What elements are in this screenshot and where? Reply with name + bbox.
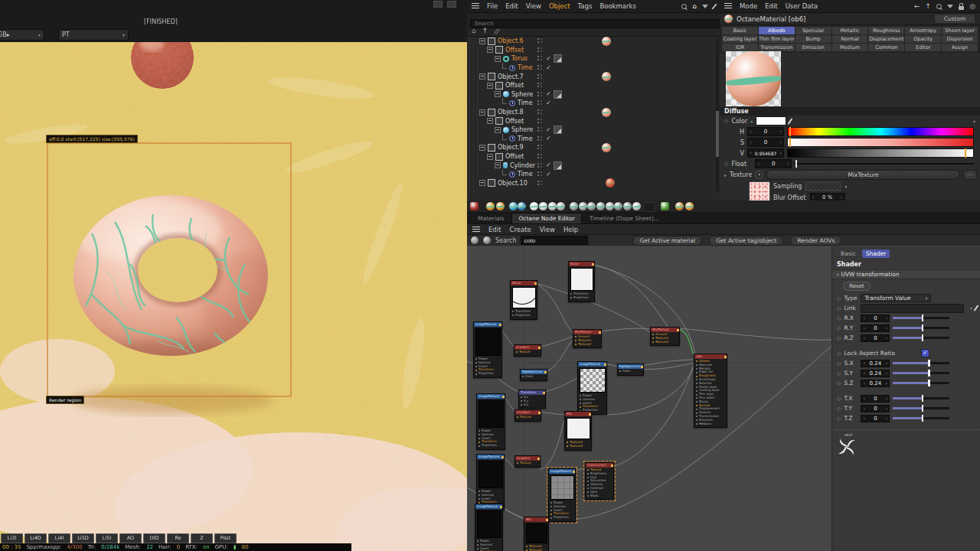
node-input-port[interactable]: Mask [587, 494, 612, 498]
expand-arrow-icon[interactable]: ▸ [724, 172, 727, 178]
phong-tag-icon[interactable] [554, 126, 562, 134]
node-input-port[interactable]: Texture [517, 416, 539, 419]
enabled-check-icon[interactable]: ✓ [546, 127, 551, 133]
search-icon[interactable] [936, 4, 942, 9]
slider-handle[interactable] [922, 415, 924, 422]
enabled-check-icon[interactable]: ✓ [546, 171, 551, 178]
node-output-port[interactable] [677, 329, 679, 331]
tree-row-object-10[interactable]: Object.10 [467, 179, 720, 188]
channel-tab-basic[interactable]: Basic [722, 27, 758, 34]
visibility-dots[interactable] [537, 181, 543, 186]
slider-track[interactable] [893, 407, 949, 409]
aov-button-li4d[interactable]: Li4D [24, 533, 47, 543]
toolbar-material-icon[interactable] [606, 202, 614, 210]
node-header[interactable]: RgbSpectrum [521, 370, 547, 374]
om-menu-object[interactable]: Object [549, 2, 570, 10]
gear-icon[interactable] [433, 1, 443, 8]
visibility-dots[interactable] [537, 163, 543, 168]
type-dropdown[interactable]: Transform Value▾ [861, 294, 931, 302]
lock-icon[interactable] [959, 6, 964, 10]
color-swatch[interactable] [756, 116, 786, 126]
node-output-port[interactable] [499, 324, 501, 326]
expander-icon[interactable] [495, 91, 501, 97]
panel-menu-icon[interactable] [472, 3, 479, 9]
eyedropper-icon[interactable] [788, 118, 793, 125]
tree-row-torus[interactable]: Torus✓ [467, 54, 720, 64]
scrollbar[interactable] [716, 38, 719, 191]
material-ball-icon[interactable] [483, 236, 491, 244]
channel-tab-roughness[interactable]: Roughness [868, 27, 904, 34]
node-output-port[interactable] [500, 506, 502, 508]
octane-logo-icon[interactable] [837, 437, 857, 457]
visibility-dots[interactable] [537, 65, 543, 70]
node-input-port[interactable]: Texture2 [567, 445, 590, 448]
visibility-dots[interactable] [537, 154, 543, 159]
node-output-port[interactable] [724, 356, 727, 358]
tree-row-object-6[interactable]: Object.6 [467, 37, 720, 46]
node-header[interactable]: MixTexture [651, 328, 679, 332]
panel-menu-icon[interactable] [724, 3, 732, 9]
slider-value-field[interactable]: ‹0.24› [861, 360, 890, 367]
param-diamond-icon[interactable]: ◇ [837, 370, 841, 377]
toolbar-material-icon[interactable] [557, 202, 565, 210]
slider-track[interactable] [893, 362, 949, 364]
node-header[interactable]: Gradient [515, 456, 540, 461]
slider-handle[interactable] [922, 334, 924, 341]
node-mixtexture[interactable]: MixTextureAmountTexture1Texture2 [573, 329, 602, 348]
expander-icon[interactable] [479, 38, 485, 44]
filter-icon[interactable] [947, 5, 953, 8]
param-diamond-icon[interactable]: ◇ [837, 396, 841, 402]
visibility-dots[interactable] [537, 127, 543, 132]
node-transform[interactable]: TransformS.xS.yS.z [518, 390, 546, 409]
filter-icon[interactable] [702, 5, 708, 8]
object-search-input[interactable] [470, 19, 721, 28]
am-menu-mode[interactable]: Mode [740, 2, 757, 10]
chevron-down-icon[interactable]: ▾ [973, 119, 975, 124]
slider-value-field[interactable]: ‹0› [861, 405, 890, 412]
slider-value-field[interactable]: ‹0.24› [861, 370, 890, 377]
param-diamond-icon[interactable]: ◇ [837, 305, 841, 311]
param-diamond-icon[interactable]: ◇ [837, 360, 841, 367]
node-gradient[interactable]: GradientTexture [514, 455, 541, 468]
aov-button-li5l[interactable]: Li5l [96, 533, 118, 543]
reset-button[interactable]: Reset [843, 282, 871, 291]
param-diamond-icon[interactable]: ◇ [837, 335, 841, 341]
param-diamond-icon[interactable]: ◇ [837, 406, 841, 412]
material-ball-icon[interactable] [471, 236, 479, 244]
slider-handle[interactable] [928, 360, 930, 367]
ne-menu-view[interactable]: View [540, 226, 555, 233]
node-header[interactable]: ColorCorrect [586, 463, 613, 468]
node-header[interactable]: Transform [519, 390, 545, 395]
channel-tab-bump[interactable]: Bump [795, 35, 831, 43]
node-mixtexture[interactable]: MixTextureAmountTexture1Texture2 [650, 327, 680, 346]
node-mix[interactable]: MixTexture1Texture2 [524, 517, 549, 551]
expander-icon[interactable] [495, 162, 501, 168]
om-menu-view[interactable]: View [526, 2, 541, 10]
aov-button-li5d[interactable]: Li5D [72, 533, 94, 543]
node-header[interactable]: ImageTexture [549, 469, 575, 474]
toolbar-material-icon[interactable] [614, 202, 622, 210]
toolbar-material-icon[interactable] [661, 202, 669, 210]
toolbar-empty-slot[interactable] [643, 202, 655, 212]
float-slider[interactable] [795, 163, 974, 165]
node-input-port[interactable]: Projection [550, 516, 573, 520]
get-active-material-button[interactable]: Get Active material [632, 236, 702, 246]
param-diamond-icon[interactable]: ◇ [837, 380, 841, 386]
toolbar-material-icon[interactable] [675, 202, 684, 210]
node-input-port[interactable]: S.z [521, 403, 544, 407]
node-output-port[interactable] [502, 396, 505, 398]
channel-tab-sheen-layer[interactable]: Sheen layer [942, 27, 978, 34]
expander-icon[interactable] [487, 47, 493, 53]
node-ob6[interactable]: ob6AlbedoSpecularMetallicEdge tintRoughn… [694, 354, 727, 428]
slider-marker[interactable] [965, 148, 966, 158]
node-output-port[interactable] [641, 366, 643, 368]
node-header[interactable]: Gradient [514, 345, 541, 350]
toolbar-material-icon[interactable] [486, 202, 495, 210]
up-arrow-icon[interactable]: ↑ [482, 28, 488, 34]
channel-tab-anisotropy[interactable]: Anisotropy [905, 27, 941, 34]
channel-tab-displacement[interactable]: Displacement [868, 35, 904, 43]
material-thumbnail[interactable] [602, 143, 611, 152]
dock-tab-timeline-dope-sheet-[interactable]: Timeline (Dope Sheet)... [583, 214, 665, 223]
aov-button-li4l[interactable]: Li4l [48, 533, 70, 543]
chevron-circle-icon[interactable]: ▾ [755, 171, 763, 179]
